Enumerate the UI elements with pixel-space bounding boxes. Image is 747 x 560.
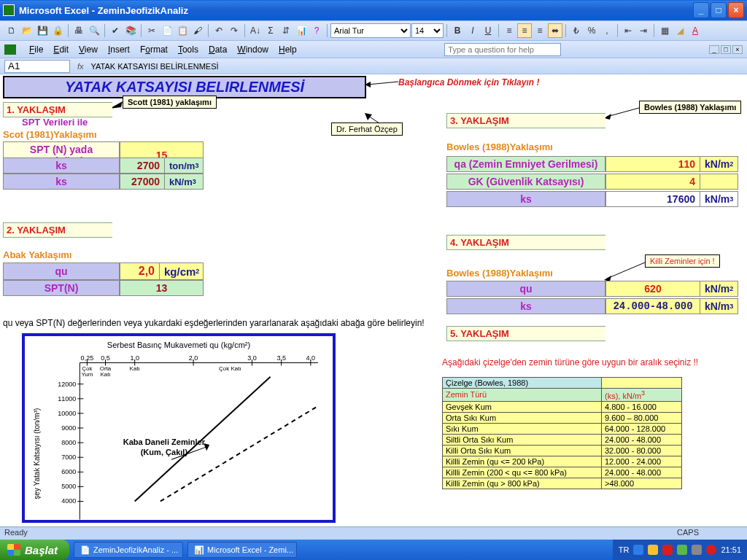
excel-icon bbox=[3, 4, 15, 16]
qu2-label: qu bbox=[446, 281, 605, 297]
tray-lang[interactable]: TR bbox=[619, 545, 630, 554]
tray-icon[interactable] bbox=[706, 545, 716, 555]
font-size-select[interactable]: 14 bbox=[411, 23, 444, 38]
name-box[interactable] bbox=[4, 60, 70, 73]
borders-icon[interactable]: ▦ bbox=[657, 23, 672, 38]
menu-file[interactable]: File bbox=[29, 44, 43, 55]
align-left-icon[interactable]: ≡ bbox=[502, 23, 516, 38]
underline-button[interactable]: U bbox=[481, 23, 495, 38]
svg-text:12000: 12000 bbox=[58, 381, 76, 388]
tray-icon[interactable] bbox=[633, 545, 643, 555]
svg-text:şey Yatak Katsayısı (ton/m³): şey Yatak Katsayısı (ton/m³) bbox=[33, 408, 41, 499]
gk-value[interactable]: 4 bbox=[605, 174, 700, 190]
indent-inc-icon[interactable]: ⇥ bbox=[636, 23, 651, 38]
merge-icon[interactable]: ⬌ bbox=[548, 23, 562, 38]
svg-marker-54 bbox=[204, 443, 209, 451]
ks2-label: ks bbox=[3, 174, 120, 190]
ks1-value: 2700 bbox=[120, 158, 165, 174]
tray-icon[interactable] bbox=[692, 545, 702, 555]
menu-format[interactable]: Format bbox=[140, 44, 168, 55]
qu-unit: kg/cm2 bbox=[160, 262, 204, 280]
chart-icon[interactable]: 📊 bbox=[294, 23, 309, 38]
doc-restore-button[interactable]: □ bbox=[721, 45, 731, 54]
italic-button[interactable]: I bbox=[465, 23, 480, 38]
undo-icon[interactable]: ↶ bbox=[212, 23, 226, 38]
note-cizelge: Aşağıdaki çizelge'den zemin türüne göre … bbox=[442, 357, 698, 368]
ks1-unit: ton/m3 bbox=[165, 158, 204, 174]
menu-view[interactable]: View bbox=[79, 44, 98, 55]
permission-icon[interactable]: 🔒 bbox=[50, 23, 65, 38]
start-link[interactable]: Başlangıca Dönmek için Tıklayın ! bbox=[398, 77, 539, 88]
menu-edit[interactable]: Edit bbox=[53, 44, 69, 55]
menu-insert[interactable]: Insert bbox=[108, 44, 130, 55]
doc-min-button[interactable]: _ bbox=[709, 45, 719, 54]
sptn-value: 13 bbox=[120, 280, 204, 296]
tray-clock[interactable]: 21:51 bbox=[721, 545, 741, 554]
approach3-header: 3. YAKLAŞIM bbox=[446, 113, 605, 128]
format-painter-icon[interactable]: 🖌 bbox=[190, 23, 205, 38]
qu2-value[interactable]: 620 bbox=[605, 281, 700, 297]
menu-data[interactable]: Data bbox=[209, 44, 227, 55]
align-right-icon[interactable]: ≡ bbox=[533, 23, 547, 38]
font-color-icon[interactable]: A bbox=[688, 23, 703, 38]
fx-label[interactable]: fx bbox=[77, 62, 84, 71]
btable-col2: (ks), kN/m3 bbox=[602, 389, 682, 402]
bowles-subheader-4: Bowles (1988)Yaklaşımı bbox=[446, 268, 553, 279]
callout-killi: Killi Zeminler için ! bbox=[645, 254, 720, 268]
help-search-input[interactable] bbox=[444, 43, 561, 56]
system-tray[interactable]: TR 21:51 bbox=[613, 540, 747, 560]
ks1-label: ks bbox=[3, 158, 120, 174]
minimize-button[interactable]: _ bbox=[693, 2, 709, 18]
ks3-unit: kN/m3 bbox=[700, 191, 738, 207]
paste-icon[interactable]: 📋 bbox=[175, 23, 190, 38]
menu-tools[interactable]: Tools bbox=[178, 44, 198, 55]
currency-icon[interactable]: ₺ bbox=[569, 23, 584, 38]
indent-dec-icon[interactable]: ⇤ bbox=[621, 23, 635, 38]
menu-window[interactable]: Window bbox=[237, 44, 268, 55]
taskbar-item-1[interactable]: 📄 ZeminJeofizikAnaliz - ... bbox=[74, 542, 183, 558]
sort-d-icon[interactable]: ⇵ bbox=[279, 23, 293, 38]
maximize-button[interactable]: □ bbox=[711, 2, 727, 18]
ks2-unit: kN/m3 bbox=[165, 174, 204, 190]
cut-icon[interactable]: ✂ bbox=[144, 23, 159, 38]
qa-value[interactable]: 110 bbox=[605, 156, 700, 172]
bowles-table: Çizelge (Bowles, 1988) Zemin Türü (ks), … bbox=[442, 377, 682, 489]
tray-icon[interactable] bbox=[677, 545, 687, 555]
svg-line-5 bbox=[607, 108, 639, 117]
worksheet[interactable]: YATAK KATSAYISI BELIRLENMESİ Başlangıca … bbox=[0, 74, 747, 529]
help-icon[interactable]: ? bbox=[309, 23, 324, 38]
svg-text:7000: 7000 bbox=[61, 454, 76, 461]
align-center-icon[interactable]: ≡ bbox=[517, 23, 532, 38]
open-icon[interactable]: 📂 bbox=[20, 23, 34, 38]
preview-icon[interactable]: 🔍 bbox=[87, 23, 101, 38]
btable-title: Çizelge (Bowles, 1988) bbox=[443, 378, 602, 389]
fill-color-icon[interactable]: ◢ bbox=[673, 23, 687, 38]
callout-author: Dr. Ferhat Özçep bbox=[331, 122, 403, 136]
sort-asc-icon[interactable]: A↓ bbox=[248, 23, 263, 38]
start-button[interactable]: Başlat bbox=[0, 540, 69, 560]
menubar: File Edit View Insert Format Tools Data … bbox=[0, 41, 747, 58]
tray-icon[interactable] bbox=[648, 545, 658, 555]
qu-value[interactable]: 2,0 bbox=[120, 262, 160, 280]
menu-help[interactable]: Help bbox=[279, 44, 297, 55]
percent-icon[interactable]: % bbox=[584, 23, 599, 38]
comma-icon[interactable]: , bbox=[600, 23, 614, 38]
taskbar-item-2[interactable]: 📊 Microsoft Excel - Zemi... bbox=[187, 542, 297, 558]
close-button[interactable]: × bbox=[728, 2, 744, 18]
qa-label: qa (Zemin Emniyet Gerilmesi) bbox=[446, 156, 605, 172]
sum-icon[interactable]: Σ bbox=[263, 23, 278, 38]
tray-icon[interactable] bbox=[662, 545, 673, 555]
workbook-icon[interactable] bbox=[4, 44, 16, 55]
bold-button[interactable]: B bbox=[450, 23, 465, 38]
font-name-select[interactable]: Arial Tur bbox=[330, 23, 411, 38]
redo-icon[interactable]: ↷ bbox=[227, 23, 241, 38]
bowles-subheader-3: Bowles (1988)Yaklaşımı bbox=[446, 141, 553, 152]
new-icon[interactable]: 🗋 bbox=[4, 23, 19, 38]
spell-icon[interactable]: ✔ bbox=[108, 23, 123, 38]
research-icon[interactable]: 📚 bbox=[123, 23, 138, 38]
save-icon[interactable]: 💾 bbox=[35, 23, 50, 38]
copy-icon[interactable]: 📄 bbox=[160, 23, 174, 38]
doc-close-button[interactable]: × bbox=[732, 45, 743, 54]
print-icon[interactable]: 🖶 bbox=[71, 23, 86, 38]
formula-text[interactable]: YATAK KATSAYISI BELİRLENMESİ bbox=[91, 62, 743, 71]
